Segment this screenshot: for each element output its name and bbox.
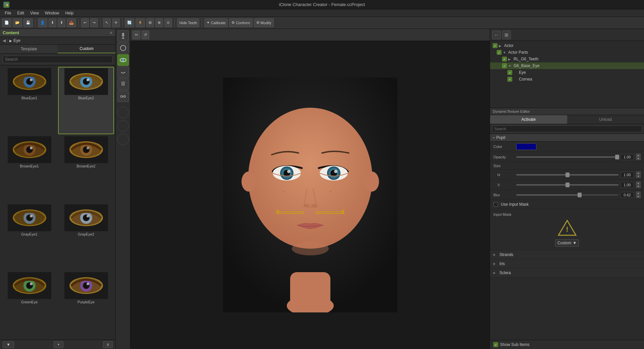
iris-row[interactable]: + Iris <box>490 259 644 268</box>
orbit-button[interactable]: ⊙ <box>164 18 172 27</box>
size-v-value[interactable] <box>621 182 634 188</box>
unload-button[interactable]: Unload <box>567 115 644 124</box>
import-button[interactable]: ≡ <box>103 341 113 348</box>
checkbox-actor[interactable]: ✓ <box>493 43 497 48</box>
face-icon-btn[interactable] <box>117 42 129 54</box>
modify-button[interactable]: ⚙ Modify <box>254 18 274 27</box>
vp-refresh-button[interactable]: ↺ <box>142 31 149 39</box>
eye-item-grayeye2[interactable]: GrayEye2 <box>58 203 114 270</box>
size-v-down[interactable]: ▼ <box>636 185 641 188</box>
tree-item-cornea[interactable]: ✓ Cornea <box>490 76 644 83</box>
circle-icon-2[interactable] <box>117 120 129 132</box>
right-arrow-icon-btn[interactable]: ← <box>492 31 501 39</box>
show-subitems-checkbox[interactable]: ✓ <box>493 342 498 347</box>
tree-item-actor[interactable]: ✓ ▶ Actor <box>490 42 644 49</box>
checkbox-eye[interactable]: ✓ <box>507 70 512 75</box>
use-input-mask-checkbox[interactable] <box>493 202 498 207</box>
tree-item-base-eye[interactable]: ✓ ▼ G6_Base_Eye <box>490 62 644 69</box>
export-actor-button[interactable]: ⬆ <box>58 18 65 27</box>
blur-down[interactable]: ▼ <box>636 195 641 198</box>
eye-item-blueeye2[interactable]: BlueEye2 <box>58 67 114 134</box>
opacity-value[interactable] <box>621 154 634 160</box>
tree-item-teeth[interactable]: ✓ ▶ RL_G6_Teeth <box>490 56 644 62</box>
add-item-button[interactable]: + <box>54 341 63 348</box>
size-v-slider-thumb[interactable] <box>566 183 570 187</box>
menu-view[interactable]: View <box>28 10 42 16</box>
activate-button[interactable]: Activate <box>490 115 567 124</box>
size-h-value[interactable] <box>621 172 634 178</box>
search-texture-input[interactable] <box>492 126 642 132</box>
scroll-down-button[interactable]: ▼ <box>3 341 14 348</box>
strands-row[interactable]: + Strands <box>490 250 644 259</box>
checkbox-base-eye[interactable]: ✓ <box>502 63 507 68</box>
menu-window[interactable]: Window <box>42 10 62 16</box>
menu-edit[interactable]: Edit <box>14 10 27 16</box>
hide-teeth-button[interactable]: Hide Teeth <box>177 18 199 27</box>
blur-slider[interactable] <box>516 194 619 196</box>
checkbox-cornea[interactable]: ✓ <box>507 77 512 82</box>
circle-icon-1[interactable] <box>117 107 129 118</box>
eye-item-purpleeye[interactable]: PurpleEye <box>58 271 114 338</box>
export2-actor-button[interactable]: 📤 <box>67 18 76 27</box>
body-button[interactable]: 🧍 <box>136 18 145 27</box>
checkbox-actor-parts[interactable]: ✓ <box>497 50 501 55</box>
eye-icon-btn[interactable] <box>117 54 129 66</box>
vp-fit-button[interactable]: ⇔ <box>132 31 140 39</box>
new-actor-button[interactable]: 👤 <box>38 18 47 27</box>
eye-item-blueeye1[interactable]: BlueEye1 <box>1 67 57 134</box>
size-h-slider[interactable] <box>516 174 619 176</box>
new-button[interactable]: 📄 <box>2 18 11 27</box>
eye-item-grayeye1[interactable]: GrayEye1 <box>1 203 57 270</box>
template-tab[interactable]: Template <box>0 45 58 53</box>
select-button[interactable]: ↖ <box>103 18 111 27</box>
tree-item-eye[interactable]: ✓ Eye <box>490 69 644 76</box>
color-picker[interactable] <box>516 143 536 150</box>
menu-help[interactable]: Help <box>63 10 76 16</box>
eye-item-browneye2[interactable]: BrownEye2 <box>58 135 114 202</box>
viewport[interactable] <box>130 41 490 349</box>
redo-button[interactable]: ↪ <box>90 18 98 27</box>
conform-button[interactable]: ⚙ Conform <box>229 18 252 27</box>
checkbox-teeth[interactable]: ✓ <box>502 57 507 61</box>
pupil-section-header[interactable]: – Pupil <box>490 134 644 142</box>
mouth-icon-btn[interactable] <box>117 66 129 78</box>
save-button[interactable]: 💾 <box>23 18 33 27</box>
content-close-icon[interactable]: ✕ <box>109 31 113 35</box>
search-input[interactable] <box>3 56 113 63</box>
open-button[interactable]: 📂 <box>13 18 22 27</box>
opacity-up[interactable]: ▲ <box>636 154 641 157</box>
eye-item-browneye1[interactable]: BrownEye1 <box>1 135 57 202</box>
body-icon-btn[interactable] <box>117 30 129 42</box>
circle-icon-3[interactable] <box>117 134 129 145</box>
move-button[interactable]: ✛ <box>112 18 120 27</box>
opacity-down[interactable]: ▼ <box>636 157 641 160</box>
right-grid-icon-btn[interactable]: ⊞ <box>502 31 511 39</box>
opacity-slider[interactable] <box>516 156 619 158</box>
hair-icon-btn[interactable] <box>117 79 129 90</box>
camera-button[interactable]: ⊕ <box>155 18 163 27</box>
size-h-down[interactable]: ▼ <box>636 175 641 178</box>
content-header: Content ✕ <box>0 29 115 37</box>
blur-value[interactable] <box>621 192 634 198</box>
opacity-slider-thumb[interactable] <box>615 155 619 159</box>
tree-item-actor-parts[interactable]: ✓ ▼ Actor Parts <box>490 49 644 56</box>
blur-slider-thumb[interactable] <box>578 193 582 197</box>
custom-dropdown[interactable]: Custom ▼ <box>555 239 579 247</box>
breadcrumb-back-icon[interactable]: ◀ <box>3 38 6 43</box>
custom-tab[interactable]: Custom <box>58 45 115 53</box>
calibrate-button[interactable]: ✦ Calibrate <box>204 18 228 27</box>
blur-up[interactable]: ▲ <box>636 192 641 195</box>
eye-item-greeneye[interactable]: GreenEye <box>1 271 57 338</box>
size-h-slider-thumb[interactable] <box>566 172 570 177</box>
size-v-slider[interactable] <box>516 184 619 186</box>
import-actor-button[interactable]: ⬇ <box>49 18 56 27</box>
menu-file[interactable]: File <box>2 10 14 16</box>
undo-button[interactable]: ↩ <box>81 18 89 27</box>
teeth-label: RL_G6_Teeth <box>514 57 538 61</box>
size-h-up[interactable]: ▲ <box>636 171 641 174</box>
fit-view-button[interactable]: ⊞ <box>146 18 154 27</box>
rotate-button[interactable]: 🔄 <box>125 18 134 27</box>
accessories-icon-btn[interactable] <box>117 91 129 102</box>
size-v-up[interactable]: ▲ <box>636 182 641 185</box>
sclera-row[interactable]: + Sclera <box>490 268 644 278</box>
